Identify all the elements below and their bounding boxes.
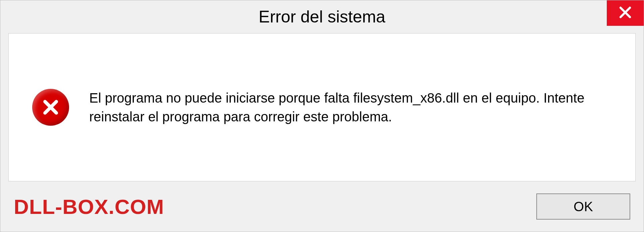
dialog-title: Error del sistema	[259, 7, 385, 26]
titlebar: Error del sistema	[0, 0, 644, 33]
error-dialog: Error del sistema El programa no puede i…	[0, 0, 644, 232]
ok-button[interactable]: OK	[536, 193, 630, 220]
close-icon	[617, 4, 633, 22]
error-icon	[32, 89, 69, 126]
close-button[interactable]	[607, 0, 644, 26]
error-message: El programa no puede iniciarse porque fa…	[89, 89, 612, 126]
watermark-text: DLL-BOX.COM	[14, 195, 164, 219]
content-panel: El programa no puede iniciarse porque fa…	[8, 33, 636, 181]
dialog-footer: DLL-BOX.COM OK	[0, 181, 644, 232]
